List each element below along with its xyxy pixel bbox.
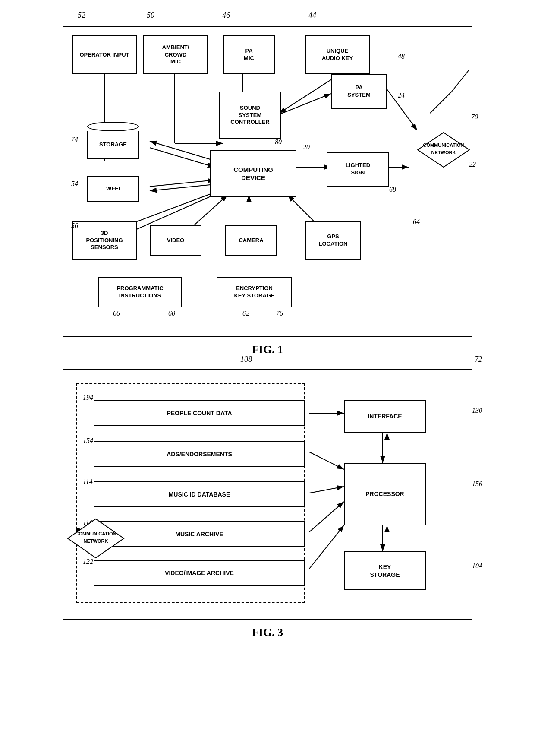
music-id-database-box: MUSIC ID DATABASE: [94, 481, 305, 507]
ref-20-fig1: 20: [303, 143, 310, 151]
svg-text:NETWORK: NETWORK: [84, 538, 108, 544]
ref-154: 154: [83, 437, 93, 445]
key-storage-box: KEYSTORAGE: [344, 551, 426, 590]
fig3-label: FIG. 3: [30, 626, 505, 639]
ref-56: 56: [71, 222, 78, 230]
ref-74: 74: [71, 136, 78, 143]
svg-line-31: [309, 487, 344, 493]
wifi-box: WI-FI: [87, 176, 139, 202]
ref-62: 62: [242, 310, 249, 317]
gps-location-box: GPSLOCATION: [305, 221, 361, 260]
ref-194: 194: [83, 394, 93, 402]
svg-line-23: [452, 70, 469, 92]
svg-line-32: [309, 502, 344, 532]
svg-line-22: [430, 92, 452, 113]
storage-cylinder: STORAGE: [87, 122, 139, 165]
ref-52: 52: [78, 11, 85, 20]
svg-line-11: [150, 141, 214, 161]
fig1-outer-box: OPERATOR INPUT AMBIENT/CROWDMIC PAMIC UN…: [63, 26, 472, 337]
fig3-section: 108 72 194 154 114 116 122 130 156 104 7…: [30, 369, 505, 639]
pa-system-box: PASYSTEM: [331, 74, 387, 109]
svg-line-8: [277, 94, 331, 115]
ref-72: 72: [475, 355, 482, 364]
svg-text:NETWORK: NETWORK: [431, 150, 456, 155]
ads-endorsements-box: ADS/ENDORSEMENTS: [94, 441, 305, 467]
ref-64: 64: [413, 218, 420, 226]
ref-24: 24: [398, 92, 405, 99]
svg-text:COMMUNICATION: COMMUNICATION: [423, 142, 464, 148]
svg-line-7: [279, 74, 340, 113]
ambient-crowd-mic-box: AMBIENT/CROWDMIC: [143, 35, 208, 74]
svg-line-33: [309, 525, 344, 569]
svg-line-12: [150, 148, 214, 167]
interface-box: INTERFACE: [344, 400, 426, 433]
camera-box: CAMERA: [225, 225, 277, 256]
unique-audio-key-box: UNIQUEAUDIO KEY: [305, 35, 370, 74]
fig1-label: FIG. 1: [30, 343, 505, 356]
ref-48: 48: [398, 53, 405, 60]
ref-108: 108: [240, 355, 252, 364]
computing-device-box: COMPUTINGDEVICE: [210, 150, 296, 197]
ref-114: 114: [83, 478, 93, 486]
svg-text:COMMUNICATION: COMMUNICATION: [75, 531, 116, 536]
ref-22: 22: [469, 161, 476, 168]
ref-130: 130: [472, 407, 482, 414]
encryption-key-storage-box: ENCRYPTIONKEY STORAGE: [217, 277, 292, 307]
ref-70-fig1: 70: [471, 113, 478, 121]
positioning-sensors-box: 3DPOSITIONINGSENSORS: [72, 221, 137, 260]
ref-66: 66: [113, 310, 120, 317]
ref-54: 54: [71, 180, 78, 188]
svg-line-30: [309, 452, 344, 469]
processor-box: PROCESSOR: [344, 463, 426, 525]
fig3-outer-box: 108 72 194 154 114 116 122 130 156 104 7…: [63, 369, 472, 620]
pa-mic-box: PAMIC: [223, 35, 275, 74]
communication-network-diamond-fig3: COMMUNICATION NETWORK: [55, 517, 137, 560]
people-count-data-box: PEOPLE COUNT DATA: [94, 400, 305, 426]
video-image-archive-box: VIDEO/IMAGE ARCHIVE: [94, 560, 305, 586]
ref-156: 156: [472, 480, 482, 488]
svg-line-13: [150, 180, 214, 187]
svg-line-14: [150, 184, 214, 191]
operator-input-box: OPERATOR INPUT: [72, 35, 137, 74]
programmatic-instructions-box: PROGRAMMATICINSTRUCTIONS: [98, 277, 182, 307]
fig1-section: 52 50 46 44: [30, 26, 505, 356]
ref-50: 50: [147, 11, 154, 20]
ref-104: 104: [472, 562, 482, 570]
ref-68: 68: [389, 186, 396, 193]
ref-46: 46: [222, 11, 230, 20]
ref-80: 80: [275, 138, 282, 146]
lighted-sign-box: LIGHTEDSIGN: [327, 152, 389, 187]
ref-60: 60: [168, 310, 175, 317]
ref-44: 44: [308, 11, 316, 20]
video-box: VIDEO: [150, 225, 201, 256]
ref-76: 76: [276, 310, 283, 317]
sound-system-controller-box: SOUNDSYSTEMCONTROLLER: [219, 92, 281, 139]
